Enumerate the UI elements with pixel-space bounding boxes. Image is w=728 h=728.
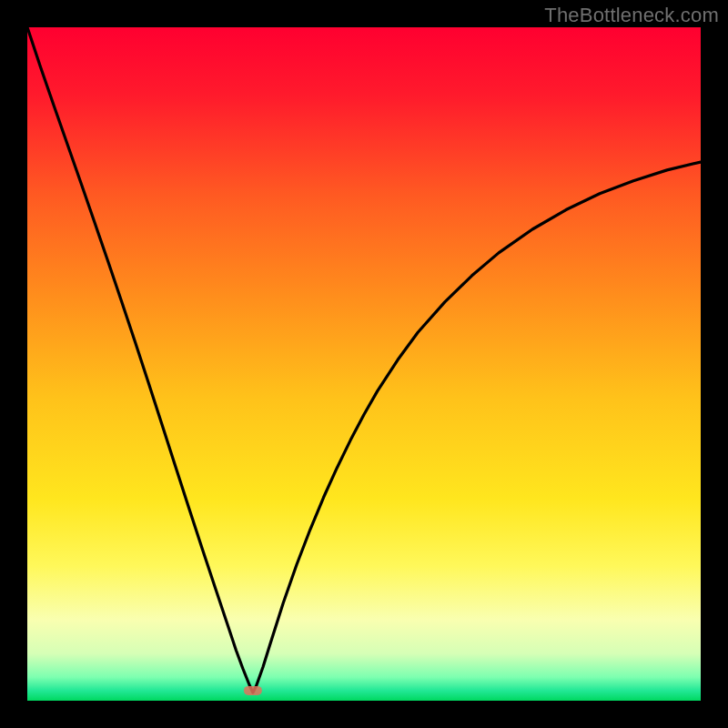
svg-rect-0 xyxy=(244,686,262,695)
chart-frame xyxy=(27,27,701,701)
gradient-background xyxy=(27,27,701,701)
chart-svg xyxy=(27,27,701,701)
watermark-text: TheBottleneck.com xyxy=(544,4,719,27)
optimal-marker xyxy=(244,686,262,695)
